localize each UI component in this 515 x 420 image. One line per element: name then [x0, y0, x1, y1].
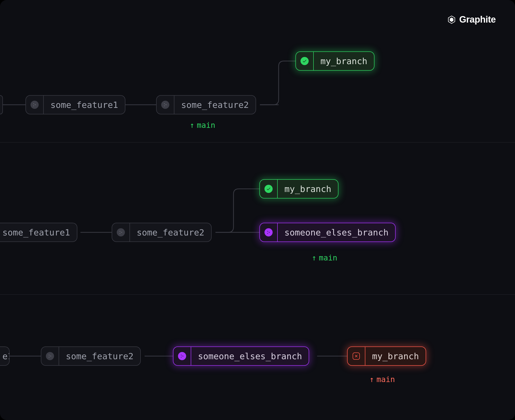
merge-icon — [173, 347, 191, 365]
merge-icon — [112, 223, 130, 241]
merge-icon — [157, 96, 174, 114]
branch-label: some_feature2 — [59, 347, 140, 365]
brand: Graphite — [447, 15, 496, 25]
arrow-up-icon: ↑ — [369, 375, 374, 384]
arrow-up-icon: ↑ — [190, 121, 194, 130]
main-pointer: ↑ main — [312, 253, 337, 262]
branch-label: some_feature2 — [174, 96, 256, 114]
branch-node-some-feature2[interactable]: some_feature2 — [156, 95, 256, 114]
main-pointer: ↑ main — [190, 121, 215, 130]
check-icon — [296, 52, 314, 70]
error-icon — [348, 347, 365, 365]
scene-divider — [0, 294, 515, 295]
branch-node-my-branch-conflict[interactable]: my_branch — [347, 346, 426, 366]
branch-node-some-feature1[interactable]: some_feature1 — [25, 95, 125, 114]
merge-icon — [26, 96, 44, 114]
branch-node-someone-elses[interactable]: someone_elses_branch — [173, 346, 309, 366]
branch-node-my-branch[interactable]: my_branch — [295, 52, 374, 71]
svg-marker-1 — [450, 17, 453, 22]
branch-label: some_feature1 — [0, 223, 77, 241]
branch-node-my-branch[interactable]: my_branch — [259, 179, 338, 198]
branch-node-edge[interactable] — [0, 95, 3, 114]
branch-node-some-feature2[interactable]: some_feature2 — [112, 223, 212, 242]
branch-label: someone_elses_branch — [191, 347, 309, 365]
check-icon — [260, 180, 278, 198]
branch-label: my_branch — [278, 180, 338, 198]
branch-node-some-feature2[interactable]: some_feature2 — [41, 346, 141, 366]
scene-divider — [0, 142, 515, 142]
merge-icon — [260, 223, 278, 241]
branch-node-someone-elses[interactable]: someone_elses_branch — [259, 223, 396, 242]
branch-label: my_branch — [365, 347, 426, 365]
brand-label: Graphite — [459, 15, 496, 25]
branch-label: some_feature2 — [130, 223, 211, 241]
branch-label: some_feature1 — [44, 96, 125, 114]
arrow-up-icon: ↑ — [312, 253, 316, 262]
merge-icon — [41, 347, 59, 365]
main-pointer-label: main — [319, 253, 337, 262]
main-pointer-label: main — [197, 121, 215, 130]
main-pointer-label: main — [376, 375, 395, 384]
branch-node-edge[interactable]: e1 — [0, 346, 10, 366]
branch-node-some-feature1[interactable]: some_feature1 — [0, 223, 77, 242]
branch-label: my_branch — [314, 52, 374, 70]
diagram-canvas: Graphite some_feature1 some_feature2 — [0, 0, 515, 420]
graphite-logo-icon — [447, 15, 456, 24]
branch-label: someone_elses_branch — [278, 223, 395, 241]
branch-label: e1 — [0, 347, 10, 365]
main-pointer: ↑ main — [369, 375, 395, 384]
